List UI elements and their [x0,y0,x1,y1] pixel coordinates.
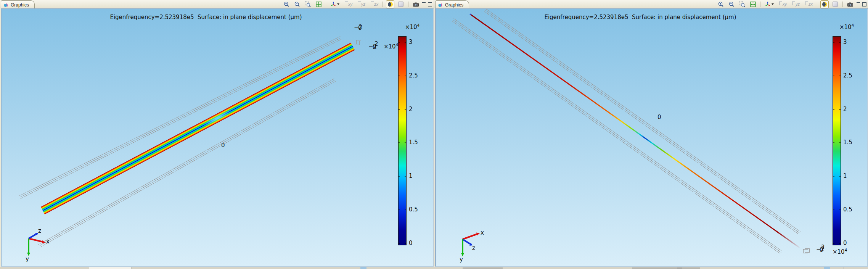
colorbar-tick-label: 1 [409,172,413,179]
colorbar-exponent: ×104 [405,23,420,31]
go-to-xy-view-button[interactable]: xy [343,0,354,8]
toolbar-separator [383,2,383,7]
colorbar-tick-label: 0.5 [843,206,852,213]
collapse-panel-icon[interactable] [422,2,426,6]
clipped-button [824,267,830,269]
axis-exponent-label: ×104 [384,43,398,50]
plot-viewport[interactable] [435,8,868,267]
maximize-panel-icon[interactable] [428,2,432,6]
zoom-box-icon[interactable] [738,0,746,8]
go-to-zx-view-button[interactable]: zx [803,0,814,8]
axis-tick-label: 2 [821,244,825,251]
colorbar-tick-label: 1 [843,172,847,179]
toolbar-separator [760,2,760,7]
colorbar-tick-label: 0.5 [409,206,418,213]
triad-x-label: x [46,238,50,245]
comsol-logo-icon [438,2,443,8]
comsol-graphics-windows: Graphics [0,0,868,269]
zoom-out-icon[interactable] [293,0,301,8]
transparency-icon[interactable] [831,0,839,8]
graphics-toolbar: xy yz zx [717,0,866,8]
panel-header: Graphics [434,0,868,8]
transparency-icon[interactable] [397,0,405,8]
triad-z-label: z [38,227,41,234]
colorbar-tick-label: 0 [843,240,847,246]
coordinate-triad: x y z [14,227,51,265]
axis-tick-label: 2 [375,40,378,47]
colorbar-exponent: ×104 [839,23,854,31]
colorbar-tick-label: 1.5 [409,139,418,146]
chevron-down-icon [772,3,774,5]
go-to-yz-view-button[interactable]: yz [356,0,366,8]
colorbar [833,36,841,245]
scene-light-icon[interactable] [386,0,394,8]
zoom-extents-icon[interactable] [749,0,757,8]
view-3d-icon[interactable] [764,0,775,8]
graphics-toolbar: xy yz zx [282,0,432,8]
comsol-logo-icon [3,2,9,8]
snapshot-camera-icon[interactable] [411,0,420,8]
panel-header: Graphics [0,0,434,8]
graphics-panel-right: Graphics [434,0,868,267]
toolbar-separator [408,2,408,7]
colorbar-tick-label: 3 [843,39,847,45]
clipped-bottom-row [0,267,868,269]
toolbar-separator [817,2,817,7]
axis-tick-label: 0 [657,114,661,121]
colorbar-tick-label: 2.5 [409,72,418,79]
toolbar-separator [326,2,326,7]
tab-graphics[interactable]: Graphics [1,0,35,9]
graphics-panel-left: Graphics [0,0,434,267]
axis-tick-label: 0 [358,24,362,31]
colorbar-tick-label: 2 [843,106,847,113]
toolbar-separator [842,2,843,7]
colorbar-tick-label: 2.5 [843,72,852,79]
collapse-panel-icon[interactable] [857,2,860,6]
tab-graphics[interactable]: Graphics [435,0,469,9]
colorbar [398,36,407,245]
colorbar-tick-label: 2 [409,106,413,113]
far-geometry-glyph [803,249,808,253]
zoom-in-icon[interactable] [717,0,725,8]
maximize-panel-icon[interactable] [862,2,866,6]
tab-label: Graphics [11,2,29,8]
far-geometry-glyph [355,41,360,45]
colorbar-tick-label: 1.5 [843,139,852,146]
colorbar-tick-label: 0 [409,240,413,246]
plot-title: Eigenfrequency=2.523918e5 Surface: in pl… [8,14,404,21]
tab-label: Graphics [445,2,463,8]
zoom-in-icon[interactable] [282,0,291,8]
axis-exponent-label: ×104 [833,248,847,255]
view-3d-icon[interactable] [329,0,341,8]
coordinate-triad: x y z [448,226,484,264]
zoom-extents-icon[interactable] [314,0,323,8]
triad-z-label: z [472,245,475,251]
scene-light-icon[interactable] [820,0,829,8]
go-to-zx-view-button[interactable]: zx [369,0,379,8]
snapshot-camera-icon[interactable] [846,0,854,8]
clipped-button [360,267,366,269]
colorbar-tick-label: 3 [409,39,413,45]
zoom-out-icon[interactable] [727,0,736,8]
chevron-down-icon [337,3,339,5]
zoom-box-icon[interactable] [304,0,312,8]
triad-y-label: y [460,256,463,263]
go-to-yz-view-button[interactable]: yz [790,0,801,8]
go-to-xy-view-button[interactable]: xy [777,0,788,8]
triad-y-label: y [26,256,29,263]
triad-x-label: x [481,229,484,236]
